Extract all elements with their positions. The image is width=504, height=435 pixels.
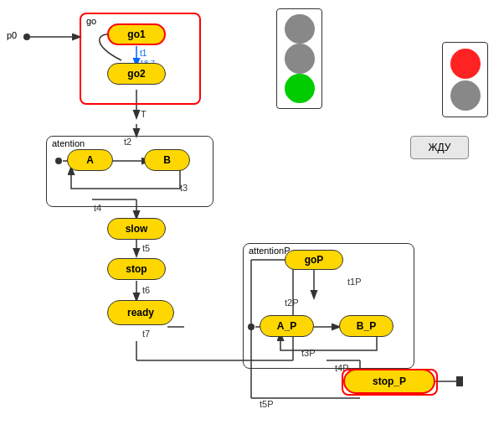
- go2-node: go2: [107, 63, 166, 85]
- a-node: A: [67, 149, 113, 171]
- ready-node: ready: [107, 300, 174, 325]
- p0-label: p0: [7, 30, 17, 40]
- t5-label: t5: [142, 243, 150, 253]
- light-gray-mid: [285, 44, 315, 73]
- go1-node: go1: [107, 23, 166, 45]
- svg-rect-20: [456, 376, 463, 386]
- zdu-button[interactable]: ЖДУ: [410, 136, 469, 159]
- gop-node: goP: [285, 250, 343, 270]
- p0-token: [23, 34, 30, 40]
- bp-node: B_P: [339, 315, 393, 337]
- traffic-light-right: [442, 42, 488, 117]
- stop-node: stop: [107, 258, 166, 280]
- b-node: B: [144, 149, 190, 171]
- stopp-node: stop_P: [343, 369, 435, 394]
- attention-box-label: atention: [52, 138, 85, 148]
- t3-label: t3: [180, 183, 188, 193]
- slow-node: slow: [107, 218, 166, 240]
- go-box-label: go: [86, 16, 96, 26]
- t2-label: t2: [124, 137, 131, 147]
- t7-label: t7: [142, 329, 150, 339]
- traffic-light-left: [276, 8, 322, 109]
- t1p-label: t1P: [347, 277, 362, 287]
- t2p-label: t2P: [285, 298, 299, 308]
- light-green-bot: [285, 74, 315, 103]
- t6-label: t6: [142, 285, 150, 295]
- light-red-top: [450, 49, 481, 79]
- T-label: T: [141, 109, 147, 119]
- t3p-label: t3P: [301, 348, 316, 358]
- ap-start-dot: [248, 324, 255, 330]
- attention-start-dot: [55, 158, 62, 164]
- t5p-label: t5P: [260, 399, 274, 409]
- light-gray-bot: [450, 80, 481, 111]
- light-gray-top: [285, 14, 315, 44]
- ap-node: A_P: [260, 315, 314, 337]
- attentionp-box-label: attentionP: [249, 246, 291, 256]
- t4-label: t4: [94, 203, 101, 213]
